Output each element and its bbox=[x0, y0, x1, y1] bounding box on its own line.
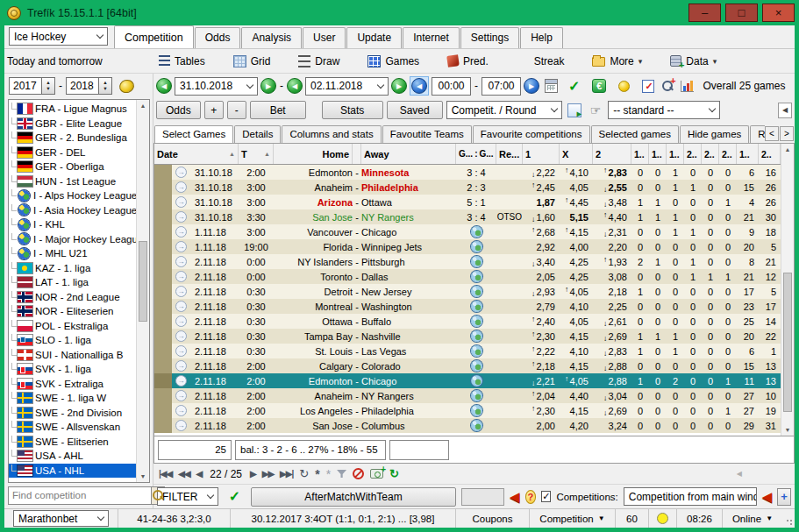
sidebar-item-league[interactable]: SWE - 2nd Division bbox=[9, 406, 136, 421]
hscroll-left-icon[interactable]: ◀ bbox=[737, 470, 742, 478]
sidebar-item-league[interactable]: FRA - Ligue Magnus bbox=[9, 102, 136, 117]
collapse-left-button[interactable]: ◀ bbox=[778, 103, 792, 118]
odds-button[interactable]: Odds bbox=[156, 101, 201, 119]
open-game-icon[interactable]: → bbox=[175, 375, 187, 387]
toolbar-button[interactable]: More ▾ bbox=[584, 53, 650, 70]
column-header-n7[interactable]: 1.. bbox=[737, 144, 759, 164]
open-game-icon[interactable]: → bbox=[175, 271, 187, 282]
scroll-up-icon[interactable]: ▲ bbox=[781, 146, 794, 153]
table-row[interactable]: → 2.11.18 0:00 NY Islanders - Pittsburgh bbox=[154, 254, 781, 269]
open-game-icon[interactable]: → bbox=[175, 256, 187, 267]
toolbar-button[interactable]: Games ▾ bbox=[360, 53, 427, 70]
column-header-date[interactable]: Date▲ bbox=[154, 144, 239, 164]
menu-tab[interactable]: Competition bbox=[114, 25, 194, 48]
bulb-icon[interactable] bbox=[618, 81, 630, 92]
games-count-field[interactable]: 25 bbox=[158, 440, 232, 460]
scrollbar-thumb[interactable] bbox=[139, 241, 147, 322]
sidebar-item-league[interactable]: SVK - 1. liga bbox=[9, 362, 136, 377]
calendar-icon[interactable] bbox=[545, 79, 558, 93]
bookmaker-select[interactable]: Marathonbet bbox=[13, 510, 109, 527]
prev-record-button[interactable]: ◀ bbox=[196, 469, 203, 479]
add-snapshot-icon[interactable] bbox=[370, 469, 383, 479]
move-window-icon[interactable]: + bbox=[777, 488, 791, 506]
sidebar-item-league[interactable]: GER - Oberliga bbox=[9, 160, 136, 174]
view-tab[interactable]: Favoutite Teams bbox=[382, 125, 472, 143]
column-header-n8[interactable]: 2.. bbox=[759, 144, 781, 164]
competition-source-select[interactable]: Competition from main window bbox=[624, 487, 757, 506]
apply-check-icon[interactable]: ✓ bbox=[568, 78, 580, 95]
date-from-prev-button[interactable]: ◀ bbox=[156, 78, 172, 94]
table-row[interactable]: → 2.11.18 2:00 Edmonton - Chicago bbox=[154, 373, 781, 388]
date-from-next-button[interactable]: ▶ bbox=[260, 78, 276, 94]
spinner-arrows-icon[interactable] bbox=[99, 77, 112, 95]
table-scrollbar[interactable]: ▲ ▼ bbox=[781, 144, 794, 436]
toolbar-button[interactable]: Draw ▾ bbox=[290, 53, 347, 70]
sidebar-item-league[interactable]: HUN - 1st League bbox=[9, 174, 136, 189]
view-tab[interactable]: Results of analysis of bbox=[750, 125, 765, 143]
view-tab[interactable]: Selected games bbox=[591, 125, 679, 143]
sidebar-item-league[interactable]: GBR - Elite League bbox=[9, 117, 136, 131]
sidebar-item-league[interactable]: POL - Ekstraliga bbox=[9, 319, 136, 334]
view-tab[interactable]: Select Games bbox=[154, 125, 233, 143]
column-header-n2[interactable]: 1.. bbox=[649, 144, 667, 164]
sidebar-item-league[interactable]: SWE - Elitserien bbox=[9, 435, 136, 450]
sidebar-item-league[interactable]: I - KHL bbox=[9, 217, 136, 232]
scroll-up-icon[interactable]: ▲ bbox=[137, 103, 149, 109]
toolbar-button[interactable]: Tables ▾ bbox=[151, 53, 213, 70]
asterisk-light-icon[interactable]: * bbox=[326, 467, 331, 481]
sidebar-item-league[interactable]: I - Alps Hockey League bbox=[9, 188, 136, 203]
column-header-2[interactable]: 2 bbox=[593, 144, 631, 164]
zoom-plus-icon[interactable]: + bbox=[661, 80, 674, 92]
help-icon[interactable]: ? bbox=[525, 490, 537, 504]
toolbar-button[interactable]: Grid ▾ bbox=[225, 53, 279, 70]
tabs-scroll-left-button[interactable]: < bbox=[765, 126, 779, 141]
open-game-icon[interactable]: → bbox=[175, 420, 187, 431]
puck-icon[interactable] bbox=[118, 77, 136, 95]
open-game-icon[interactable]: → bbox=[175, 316, 187, 327]
after-match-button[interactable]: AfterMatchWithTeam bbox=[251, 487, 456, 507]
refresh-icon[interactable]: ↻ bbox=[389, 467, 399, 480]
column-header-x[interactable]: X bbox=[560, 144, 593, 164]
next-record-button[interactable]: ▶ bbox=[250, 469, 256, 479]
open-game-icon[interactable]: → bbox=[175, 226, 187, 238]
column-header-away[interactable]: Away bbox=[361, 144, 456, 164]
spinner-arrows-icon[interactable] bbox=[42, 77, 55, 95]
prev-page-button[interactable]: ◀◀ bbox=[178, 469, 189, 479]
maximize-button[interactable]: □ bbox=[725, 4, 758, 22]
sidebar-item-league[interactable]: KAZ - 1. liga bbox=[9, 261, 136, 276]
euro-odds-icon[interactable]: € bbox=[592, 79, 606, 93]
menu-tab[interactable]: Analysis bbox=[241, 27, 302, 48]
open-game-icon[interactable]: → bbox=[175, 345, 187, 357]
minus-button[interactable]: - bbox=[227, 101, 246, 119]
sidebar-item-league[interactable]: GER - DEL bbox=[9, 145, 136, 160]
redo-icon[interactable]: ↻ bbox=[299, 467, 309, 480]
open-game-icon[interactable]: → bbox=[175, 390, 187, 401]
scroll-down-icon[interactable]: ▼ bbox=[781, 427, 794, 433]
table-row[interactable]: → 31.10.18 3:00 Anaheim - Philadelphia 2… bbox=[154, 180, 781, 195]
sidebar-item-league[interactable]: I - MHL U21 bbox=[9, 246, 136, 261]
toolbar-button[interactable]: Streak ▾ bbox=[509, 53, 573, 70]
round-select[interactable]: Competit. / Round bbox=[446, 101, 562, 119]
column-header-time[interactable]: T▲ bbox=[239, 144, 274, 164]
date-to-next-button[interactable]: ▶ bbox=[391, 78, 407, 94]
bet-button[interactable]: Bet bbox=[250, 101, 306, 119]
filter-apply-icon[interactable]: ✓ bbox=[229, 488, 240, 505]
asterisk-icon[interactable]: * bbox=[315, 467, 319, 481]
filter-funnel-icon[interactable] bbox=[337, 470, 346, 478]
open-game-icon[interactable]: → bbox=[175, 330, 187, 342]
competitions-checkbox[interactable]: ✓ bbox=[541, 491, 551, 502]
tabs-scroll-right-button[interactable]: > bbox=[780, 126, 794, 141]
year-to-spinner[interactable]: 2018 bbox=[66, 77, 112, 95]
sidebar-item-league[interactable]: SWE - 1. liga W bbox=[9, 391, 136, 406]
column-header-1[interactable]: 1 bbox=[523, 144, 560, 164]
menu-tab[interactable]: Update bbox=[346, 27, 402, 48]
sport-select[interactable]: Ice Hockey bbox=[9, 27, 108, 46]
coupons-segment[interactable]: Coupons bbox=[456, 509, 530, 528]
time-from-field[interactable]: 00:00 bbox=[432, 77, 471, 96]
table-row[interactable]: → 2.11.18 0:30 Ottawa - Buffalo bbox=[154, 314, 781, 329]
sidebar-item-league[interactable]: SLO - 1. liga bbox=[9, 333, 136, 348]
open-game-icon[interactable]: → bbox=[175, 211, 187, 223]
checklist-icon[interactable] bbox=[642, 80, 654, 93]
time-to-field[interactable]: 07:00 bbox=[482, 77, 521, 96]
menu-tab[interactable]: Help bbox=[520, 27, 563, 48]
